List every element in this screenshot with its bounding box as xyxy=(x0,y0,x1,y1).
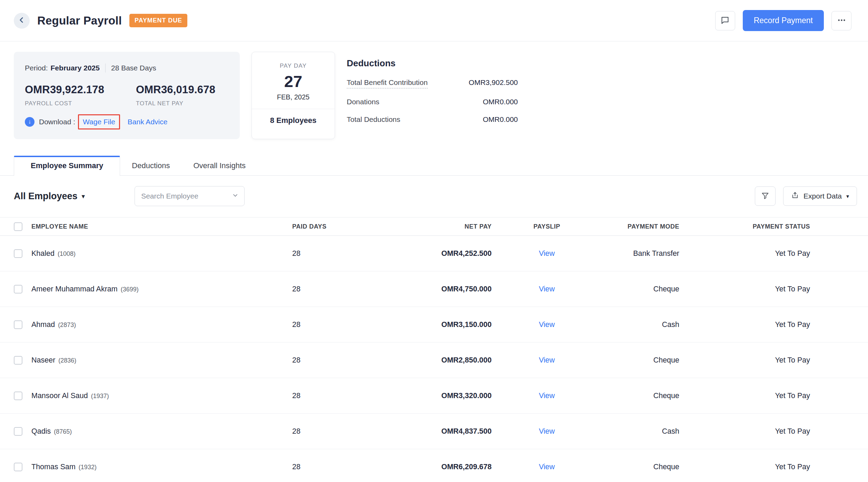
export-data-button[interactable]: Export Data ▾ xyxy=(783,186,857,206)
download-row: ↓ Download : Wage File Bank Advice xyxy=(25,117,229,127)
payment-mode: Cheque xyxy=(602,463,679,471)
download-icon: ↓ xyxy=(25,117,34,127)
employee-id: (8765) xyxy=(54,428,72,435)
view-payslip-link[interactable]: View xyxy=(539,285,555,293)
tab-deductions[interactable]: Deductions xyxy=(120,156,181,175)
view-payslip-link[interactable]: View xyxy=(539,427,555,435)
row-checkbox[interactable] xyxy=(14,427,22,436)
donations-label: Donations xyxy=(347,98,379,106)
bank-advice-link[interactable]: Bank Advice xyxy=(128,118,168,126)
net-pay: OMR4,252.500 xyxy=(360,249,492,258)
total-deductions-label: Total Deductions xyxy=(347,115,400,124)
payment-status: Yet To Pay xyxy=(679,285,810,293)
row-checkbox[interactable] xyxy=(14,356,22,365)
net-pay: OMR3,150.000 xyxy=(360,320,492,329)
employee-id: (1932) xyxy=(79,464,97,471)
col-header-net-pay: NET PAY xyxy=(360,223,492,230)
payment-mode: Bank Transfer xyxy=(602,249,679,258)
employee-name[interactable]: Qadis xyxy=(31,427,51,435)
payment-status: Yet To Pay xyxy=(679,392,810,400)
caret-down-icon: ▾ xyxy=(846,193,849,200)
employee-id: (2873) xyxy=(58,321,76,328)
search-employee-input[interactable] xyxy=(140,192,232,201)
payment-status: Yet To Pay xyxy=(679,427,810,436)
total-benefit-contribution-label[interactable]: Total Benefit Contribution xyxy=(347,78,428,88)
employee-name[interactable]: Khaled xyxy=(31,249,55,258)
net-pay: OMR3,320.000 xyxy=(360,392,492,400)
deduction-row: Total Benefit Contribution OMR3,902.500 xyxy=(347,78,518,88)
view-payslip-link[interactable]: View xyxy=(539,463,555,471)
header: Regular Payroll PAYMENT DUE Record Payme… xyxy=(0,0,868,41)
view-payslip-link[interactable]: View xyxy=(539,392,555,400)
table-row: Thomas Sam(1932) 28 OMR6,209.678 View Ch… xyxy=(0,449,868,482)
col-header-employee-name: EMPLOYEE NAME xyxy=(31,223,292,230)
export-icon xyxy=(791,191,799,201)
tab-overall-insights[interactable]: Overall Insights xyxy=(181,156,257,175)
employee-name[interactable]: Ameer Muhammad Akram xyxy=(31,285,118,293)
payroll-cost-block: OMR39,922.178 PAYROLL COST xyxy=(25,84,136,107)
total-benefit-contribution-value: OMR3,902.500 xyxy=(469,78,518,87)
paid-days: 28 xyxy=(292,249,360,258)
row-checkbox[interactable] xyxy=(14,249,22,258)
filters-row: All Employees ▾ Export Data ▾ xyxy=(0,176,868,206)
payment-status: Yet To Pay xyxy=(679,356,810,365)
view-payslip-link[interactable]: View xyxy=(539,249,555,258)
funnel-icon xyxy=(761,192,769,201)
employee-count: 8 Employees xyxy=(252,116,335,125)
employee-name[interactable]: Naseer xyxy=(31,356,55,364)
total-net-pay-label: TOTAL NET PAY xyxy=(136,100,215,107)
base-days: 28 Base Days xyxy=(111,64,156,72)
wage-file-link[interactable]: Wage File xyxy=(83,118,115,126)
net-pay: OMR2,850.000 xyxy=(360,356,492,365)
employee-name[interactable]: Mansoor Al Saud xyxy=(31,392,88,400)
divider xyxy=(105,64,106,73)
divider xyxy=(252,109,335,109)
row-checkbox[interactable] xyxy=(14,285,22,293)
more-options-button[interactable] xyxy=(831,11,851,30)
caret-down-icon: ▾ xyxy=(82,192,85,200)
net-pay: OMR4,750.000 xyxy=(360,285,492,293)
total-net-pay-block: OMR36,019.678 TOTAL NET PAY xyxy=(136,84,215,107)
table-row: Naseer(2836) 28 OMR2,850.000 View Cheque… xyxy=(0,343,868,378)
row-checkbox[interactable] xyxy=(14,463,22,471)
payment-mode: Cash xyxy=(602,320,679,329)
table-row: Mansoor Al Saud(1937) 28 OMR3,320.000 Vi… xyxy=(0,378,868,414)
pay-day-card: PAY DAY 27 FEB, 2025 8 Employees xyxy=(251,52,335,139)
tab-employee-summary[interactable]: Employee Summary xyxy=(14,156,120,176)
col-header-paid-days: PAID DAYS xyxy=(292,223,360,230)
paid-days: 28 xyxy=(292,285,360,293)
comments-button[interactable] xyxy=(715,11,735,30)
chevron-left-icon xyxy=(17,16,26,26)
payment-mode: Cheque xyxy=(602,285,679,293)
row-checkbox[interactable] xyxy=(14,320,22,329)
header-actions: Record Payment xyxy=(715,10,851,31)
amounts-row: OMR39,922.178 PAYROLL COST OMR36,019.678… xyxy=(25,84,229,107)
employee-name[interactable]: Thomas Sam xyxy=(31,463,76,471)
col-header-payment-mode: PAYMENT MODE xyxy=(602,223,679,230)
payment-mode: Cash xyxy=(602,427,679,436)
employee-id: (1008) xyxy=(58,250,76,257)
payment-mode: Cheque xyxy=(602,392,679,400)
payroll-summary-card: Period: February 2025 28 Base Days OMR39… xyxy=(14,52,240,139)
view-payslip-link[interactable]: View xyxy=(539,320,555,329)
deduction-row: Total Deductions OMR0.000 xyxy=(347,115,518,124)
table-row: Khaled(1008) 28 OMR4,252.500 View Bank T… xyxy=(0,236,868,271)
search-employee-select[interactable] xyxy=(135,186,245,206)
select-all-checkbox[interactable] xyxy=(14,222,22,231)
record-payment-button[interactable]: Record Payment xyxy=(743,10,824,31)
back-button[interactable] xyxy=(14,13,30,29)
deductions-summary: Deductions Total Benefit Contribution OM… xyxy=(347,52,518,133)
filter-button[interactable] xyxy=(755,186,776,206)
payment-mode: Cheque xyxy=(602,356,679,365)
period-value: February 2025 xyxy=(51,64,100,72)
employee-id: (3699) xyxy=(121,286,139,293)
header-left: Regular Payroll PAYMENT DUE xyxy=(14,13,187,29)
payment-status: Yet To Pay xyxy=(679,249,810,258)
net-pay: OMR6,209.678 xyxy=(360,463,492,471)
row-checkbox[interactable] xyxy=(14,392,22,400)
view-payslip-link[interactable]: View xyxy=(539,356,555,364)
employee-name[interactable]: Ahmad xyxy=(31,320,55,329)
all-employees-dropdown[interactable]: All Employees ▾ xyxy=(14,191,85,202)
export-data-label: Export Data xyxy=(803,192,842,200)
table-header-row: EMPLOYEE NAME PAID DAYS NET PAY PAYSLIP … xyxy=(0,217,868,236)
